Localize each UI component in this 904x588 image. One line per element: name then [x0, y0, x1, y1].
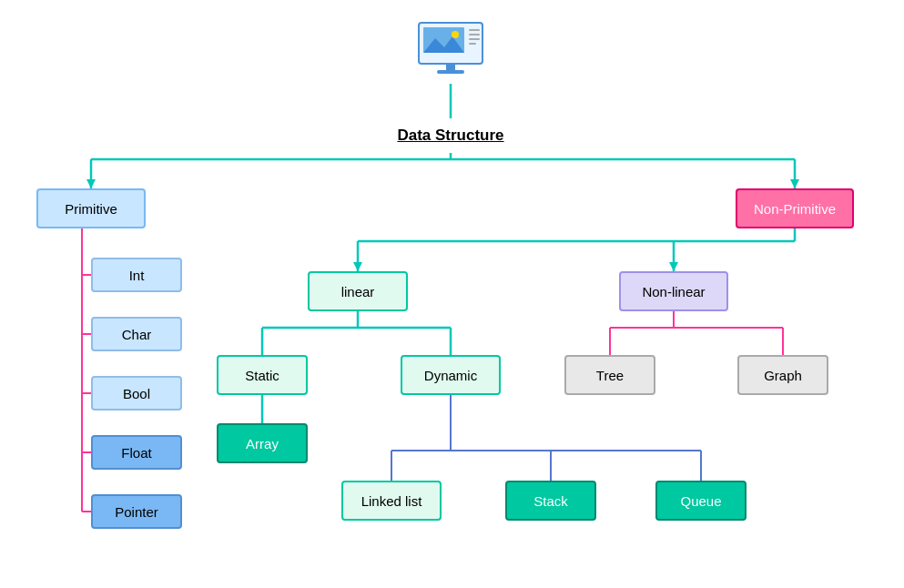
tree-text: Tree — [596, 368, 624, 383]
queue-node: Queue — [655, 481, 747, 521]
stack-node: Stack — [505, 481, 596, 521]
bool-text: Bool — [123, 386, 150, 401]
linked-list-node: Linked list — [341, 481, 442, 521]
svg-rect-42 — [446, 64, 455, 71]
monitor-icon-node — [410, 18, 492, 82]
linear-text: linear — [341, 284, 375, 299]
svg-marker-4 — [86, 179, 96, 188]
svg-rect-41 — [469, 43, 476, 45]
svg-marker-17 — [353, 262, 362, 271]
static-text: Static — [245, 368, 279, 383]
svg-rect-43 — [437, 70, 464, 74]
svg-rect-38 — [469, 29, 480, 31]
bool-node: Bool — [91, 376, 182, 411]
queue-text: Queue — [680, 493, 721, 509]
pointer-text: Pointer — [115, 504, 158, 520]
primitive-text: Primitive — [65, 201, 117, 217]
svg-rect-40 — [469, 38, 480, 40]
array-text: Array — [246, 436, 279, 451]
float-node: Float — [91, 435, 182, 470]
svg-rect-39 — [469, 34, 480, 35]
int-text: Int — [129, 268, 145, 283]
tree-node: Tree — [564, 355, 655, 395]
svg-marker-19 — [669, 262, 678, 271]
char-text: Char — [122, 327, 152, 342]
graph-text: Graph — [764, 368, 802, 383]
dynamic-node: Dynamic — [401, 355, 501, 395]
non-linear-text: Non-linear — [642, 284, 705, 299]
linear-node: linear — [308, 271, 408, 311]
pointer-node: Pointer — [91, 494, 182, 529]
char-node: Char — [91, 317, 182, 351]
svg-marker-6 — [790, 179, 799, 188]
int-node: Int — [91, 258, 182, 292]
static-node: Static — [217, 355, 308, 395]
data-structure-label: Data Structure — [378, 118, 523, 153]
svg-point-37 — [452, 31, 459, 38]
primitive-node: Primitive — [36, 188, 146, 228]
stack-text: Stack — [533, 493, 568, 509]
dynamic-text: Dynamic — [424, 368, 477, 383]
ds-text: Data Structure — [397, 127, 503, 145]
non-primitive-text: Non-Primitive — [754, 201, 836, 217]
non-linear-node: Non-linear — [619, 271, 728, 311]
linked-list-text: Linked list — [361, 493, 422, 509]
monitor-svg — [410, 18, 492, 82]
non-primitive-node: Non-Primitive — [736, 188, 854, 228]
array-node: Array — [217, 423, 308, 463]
graph-node: Graph — [737, 355, 828, 395]
diagram: Data Structure Primitive Non-Primitive I… — [0, 0, 904, 588]
float-text: Float — [121, 445, 151, 461]
